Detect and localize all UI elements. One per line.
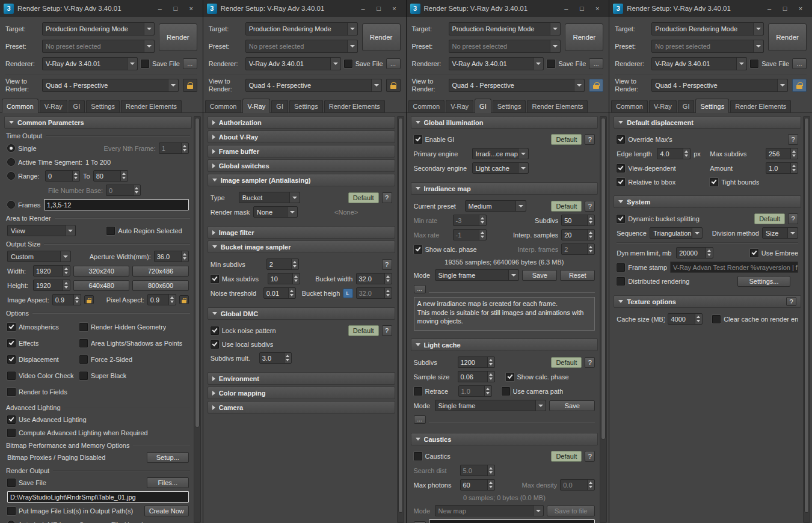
- titlebar[interactable]: 3 Render Setup: V-Ray Adv 3.40.01 – □ ×: [203, 0, 406, 17]
- min-subdivs-spinner[interactable]: 2: [266, 258, 299, 270]
- enable-gi-checkbox[interactable]: [414, 135, 422, 144]
- help-button[interactable]: ?: [585, 134, 595, 145]
- use-camera-path-checkbox[interactable]: [502, 387, 510, 396]
- spinner-arrows-icon[interactable]: [63, 266, 70, 276]
- files-button[interactable]: Files...: [147, 477, 189, 488]
- scrollbar[interactable]: [194, 116, 201, 523]
- secondary-engine-dropdown[interactable]: Light cache: [472, 162, 529, 174]
- tab-settings[interactable]: Settings: [86, 100, 120, 112]
- help-button[interactable]: ?: [382, 259, 392, 270]
- sampler-type-dropdown[interactable]: Bucket: [239, 192, 300, 203]
- preset-720x486-button[interactable]: 720x486: [132, 266, 188, 277]
- spinner-arrows-icon[interactable]: [133, 185, 140, 195]
- browse-button[interactable]: ...: [414, 415, 426, 424]
- bucket-height-spinner[interactable]: 32.0: [356, 287, 392, 299]
- rollout-header-system[interactable]: System: [614, 195, 801, 208]
- retrace-spinner[interactable]: 1.0: [458, 385, 492, 397]
- preset-dropdown[interactable]: No preset selected: [42, 40, 155, 53]
- help-button[interactable]: ?: [786, 297, 796, 306]
- help-button[interactable]: ?: [382, 325, 392, 336]
- pixel-aspect-lock-button[interactable]: [179, 295, 189, 304]
- tab-common[interactable]: Common: [611, 100, 648, 112]
- tab-render-elements[interactable]: Render Elements: [121, 100, 182, 112]
- spinner-arrows-icon[interactable]: [695, 314, 702, 324]
- tab-render-elements[interactable]: Render Elements: [324, 100, 385, 112]
- save-file-checkbox[interactable]: [7, 479, 16, 487]
- rollout-header-bucket-image-sampler[interactable]: Bucket image sampler: [208, 240, 395, 253]
- render-button[interactable]: Render: [362, 23, 401, 51]
- clear-cache-checkbox[interactable]: [712, 315, 721, 323]
- caustics-file-field[interactable]: <None>: [429, 519, 595, 523]
- area-lights-checkbox[interactable]: [79, 339, 88, 347]
- rollout-header-image-filter[interactable]: Image filter: [208, 226, 395, 239]
- help-button[interactable]: ?: [585, 201, 595, 212]
- current-preset-dropdown[interactable]: Medium: [465, 200, 526, 212]
- tab-vray[interactable]: V-Ray: [446, 100, 473, 112]
- scrollbar[interactable]: [600, 116, 607, 523]
- dynamic-bucket-splitting-checkbox[interactable]: [617, 215, 625, 223]
- frame-stamp-field[interactable]: V-Ray Advan Test Render %vrayversion | f…: [670, 262, 798, 273]
- noise-threshold-spinner[interactable]: 0.01: [263, 287, 296, 299]
- light-cache-mode-dropdown[interactable]: Single frame: [435, 400, 547, 411]
- tab-settings[interactable]: Settings: [493, 100, 526, 112]
- use-advanced-lighting-checkbox[interactable]: [7, 415, 16, 424]
- minimize-button[interactable]: –: [355, 5, 371, 12]
- max-subdivs-spinner[interactable]: 10: [268, 273, 300, 284]
- use-embree-checkbox[interactable]: [750, 249, 758, 257]
- rollout-header-light-cache[interactable]: Light cache: [411, 338, 598, 351]
- sample-size-spinner[interactable]: 0.06: [458, 371, 495, 382]
- max-subdivs-spinner[interactable]: 256: [766, 148, 798, 159]
- spinner-arrows-icon[interactable]: [790, 163, 798, 173]
- division-method-dropdown[interactable]: Size: [762, 227, 798, 239]
- view-dependent-checkbox[interactable]: [617, 164, 625, 173]
- spinner-arrows-icon[interactable]: [487, 480, 494, 490]
- image-aspect-lock-button[interactable]: [84, 295, 94, 304]
- target-dropdown[interactable]: Production Rendering Mode: [449, 22, 561, 35]
- rollout-header-about-vray[interactable]: About V-Ray: [208, 130, 395, 143]
- aperture-width-spinner[interactable]: 36.0: [154, 251, 189, 262]
- save-button[interactable]: Save: [549, 400, 595, 411]
- default-button[interactable]: Default: [551, 134, 582, 145]
- rollout-header-caustics[interactable]: Caustics: [411, 433, 598, 445]
- irradiance-file-field[interactable]: [429, 285, 595, 293]
- default-button[interactable]: Default: [551, 201, 582, 212]
- titlebar[interactable]: 3 Render Setup: V-Ray Adv 3.40.01 – □ ×: [407, 0, 609, 17]
- range-from-spinner[interactable]: 0: [45, 170, 80, 182]
- maximize-button[interactable]: □: [777, 5, 793, 12]
- rollout-header-image-sampler[interactable]: Image sampler (Antialiasing): [208, 174, 395, 186]
- cache-size-spinner[interactable]: 4000: [668, 313, 703, 325]
- spinner-arrows-icon[interactable]: [288, 288, 295, 298]
- rollout-header-authorization[interactable]: Authorization: [208, 116, 395, 129]
- minimize-button[interactable]: –: [761, 5, 777, 12]
- spinner-arrows-icon[interactable]: [292, 274, 300, 284]
- spinner-arrows-icon[interactable]: [291, 259, 298, 269]
- tab-vray[interactable]: V-Ray: [242, 99, 270, 113]
- imsq-radio[interactable]: [7, 521, 15, 523]
- spinner-arrows-icon[interactable]: [587, 480, 594, 490]
- spinner-arrows-icon[interactable]: [487, 465, 494, 476]
- preset-640x480-button[interactable]: 640x480: [73, 280, 129, 291]
- edge-length-spinner[interactable]: 4.0: [657, 148, 691, 159]
- tab-settings[interactable]: Settings: [695, 99, 729, 113]
- close-button[interactable]: ×: [183, 5, 199, 12]
- tab-vray[interactable]: V-Ray: [649, 100, 677, 112]
- view-to-render-dropdown[interactable]: Quad 4 - Perspective: [245, 79, 382, 92]
- preset-320x240-button[interactable]: 320x240: [73, 266, 129, 277]
- save-button[interactable]: Save: [522, 270, 557, 281]
- scrollbar[interactable]: [397, 116, 404, 523]
- viewport-lock-button[interactable]: [386, 79, 401, 92]
- renderer-dropdown[interactable]: V-Ray Adv 3.40.01: [245, 57, 341, 70]
- tab-gi[interactable]: GI: [475, 99, 491, 113]
- preset-dropdown[interactable]: No preset selected: [449, 40, 561, 53]
- compute-advanced-lighting-checkbox[interactable]: [7, 429, 16, 437]
- renderer-browse-button[interactable]: ...: [589, 58, 603, 69]
- put-image-file-list-checkbox[interactable]: [7, 507, 16, 515]
- frames-input[interactable]: 1,3,5-12: [44, 199, 189, 210]
- help-button[interactable]: ?: [585, 451, 595, 462]
- dyn-mem-limit-spinner[interactable]: 20000: [676, 247, 713, 258]
- spinner-arrows-icon[interactable]: [181, 143, 188, 153]
- lock-noise-pattern-checkbox[interactable]: [211, 326, 219, 335]
- spinner-arrows-icon[interactable]: [384, 288, 392, 298]
- light-cache-file-field[interactable]: [429, 415, 595, 423]
- primary-engine-dropdown[interactable]: Irradi...ce map: [472, 148, 529, 159]
